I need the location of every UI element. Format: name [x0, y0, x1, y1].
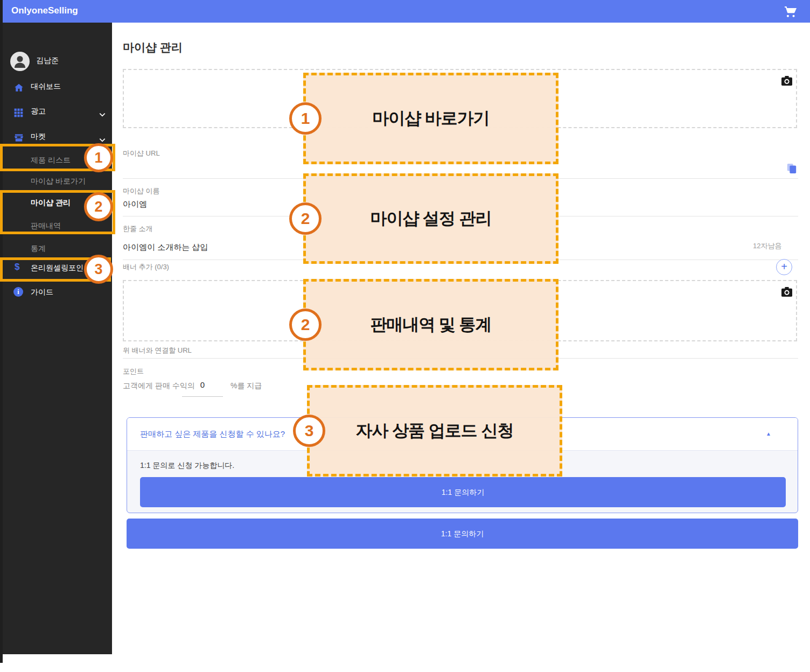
sidebar-item-myshop-shortcut[interactable]: 마이샵 바로가기 — [3, 172, 112, 190]
sidebar-item-label: 가이드 — [31, 282, 53, 302]
camera-icon[interactable] — [781, 75, 793, 86]
inquiry-button-bottom[interactable]: 1:1 문의하기 — [127, 519, 798, 549]
point-percent-input[interactable]: 0 — [182, 380, 223, 389]
inquiry-button[interactable]: 1:1 문의하기 — [140, 477, 786, 507]
annotation-callout-label: 마이샵 바로가기 — [372, 107, 490, 130]
annotation-callout-label: 자사 상품 업로드 신청 — [356, 419, 514, 442]
shop-name-input[interactable]: 아이엠 — [123, 199, 147, 209]
annotation-callout-number: 2 — [289, 202, 322, 235]
add-banner-button[interactable]: + — [776, 259, 792, 275]
point-suffix-text: %를 지급 — [231, 381, 262, 391]
annotation-badge-2: 2 — [84, 192, 113, 221]
annotation-callout-1: 1 마이샵 바로가기 — [303, 73, 558, 164]
banner-add-label: 배너 추가 (0/3) — [123, 262, 169, 272]
chars-remaining: 12자남음 — [753, 241, 781, 251]
point-label: 포인트 — [123, 367, 144, 376]
caret-up-icon[interactable]: ▲ — [766, 431, 771, 437]
grid-icon — [13, 106, 24, 116]
annotation-badge-3: 3 — [84, 255, 113, 284]
annotation-callout-number: 1 — [289, 102, 322, 135]
banner-url-label: 위 배너와 연결할 URL — [123, 346, 192, 355]
home-icon — [13, 81, 24, 92]
annotation-badge-1: 1 — [84, 143, 113, 172]
app-window: OnlyoneSelling 김남준 대쉬보드 광고 마켓 제품 리스트 — [0, 0, 810, 672]
faq-answer: 1:1 문의로 신청 가능합니다. — [140, 461, 234, 471]
cart-icon[interactable] — [784, 4, 798, 18]
chevron-down-icon — [99, 131, 106, 139]
info-icon: i — [13, 287, 23, 297]
sidebar-nav: 김남준 대쉬보드 광고 마켓 제품 리스트 마이샵 바로가기 마이샵 관리 판매… — [3, 23, 112, 654]
shop-name-label: 마이샵 이름 — [123, 186, 160, 196]
avatar — [10, 52, 30, 71]
shop-url-label: 마이샵 URL — [123, 149, 160, 158]
sidebar-item-guide[interactable]: i 가이드 — [3, 282, 112, 302]
sidebar-item-label: 대쉬보드 — [31, 76, 61, 96]
sidebar-item-label: 마이샵 바로가기 — [31, 172, 86, 190]
annotation-callout-3: 2 판매내역 및 통계 — [303, 279, 558, 370]
user-name: 김남준 — [36, 56, 59, 66]
sidebar-item-label: 통계 — [31, 239, 46, 257]
input-underline — [182, 396, 223, 397]
annotation-callout-4: 3 자사 상품 업로드 신청 — [307, 385, 562, 477]
annotation-callout-label: 마이샵 설정 관리 — [370, 207, 491, 230]
sidebar-user[interactable]: 김남준 — [3, 51, 112, 72]
copy-icon[interactable] — [786, 163, 797, 174]
sidebar-item-label: 광고 — [31, 101, 46, 121]
intro-label: 한줄 소개 — [123, 224, 153, 234]
brand-logo: OnlyoneSelling — [11, 5, 78, 16]
annotation-callout-number: 2 — [289, 309, 322, 341]
annotation-callout-2: 2 마이샵 설정 관리 — [303, 173, 558, 264]
chevron-down-icon — [99, 106, 106, 114]
page-title: 마이샵 관리 — [123, 40, 183, 55]
annotation-callout-number: 3 — [293, 415, 325, 447]
intro-input[interactable]: 아이엠이 소개하는 샵입 — [123, 242, 208, 253]
top-header-bar: OnlyoneSelling — [3, 0, 810, 23]
faq-question: 판매하고 싶은 제품을 신청할 수 있나요? — [140, 429, 285, 439]
sidebar-item-dashboard[interactable]: 대쉬보드 — [3, 76, 112, 96]
sidebar-item-ads[interactable]: 광고 — [3, 101, 112, 121]
annotation-callout-label: 판매내역 및 통계 — [370, 313, 491, 336]
camera-icon[interactable] — [781, 286, 793, 297]
store-icon — [13, 131, 24, 142]
sidebar-item-label: 마켓 — [31, 127, 46, 146]
